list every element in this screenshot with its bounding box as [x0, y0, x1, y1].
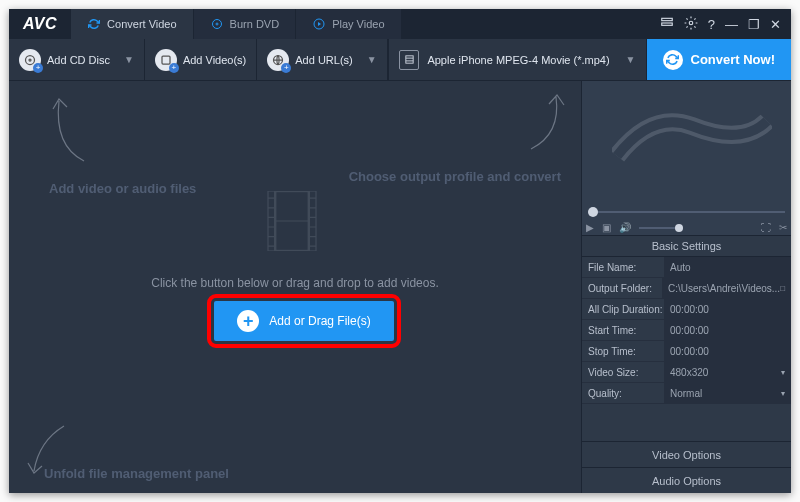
add-urls-button[interactable]: Add URL(s) ▼ — [257, 39, 387, 80]
video-options-button[interactable]: Video Options — [582, 441, 791, 467]
chevron-down-icon: ▾ — [781, 368, 785, 377]
setting-label: Stop Time: — [582, 346, 664, 357]
setting-label: All Clip Duration: — [582, 304, 664, 315]
disc-add-icon — [19, 49, 41, 71]
filmstrip-icon — [612, 106, 772, 176]
chevron-down-icon: □ — [780, 284, 785, 293]
setting-value[interactable]: 00:00:00 — [664, 320, 791, 340]
main-area[interactable]: Add video or audio files Choose output p… — [9, 81, 581, 493]
film-icon — [267, 191, 317, 251]
setting-label: Start Time: — [582, 325, 664, 336]
setting-label: Quality: — [582, 388, 664, 399]
convert-now-button[interactable]: Convert Now! — [647, 39, 792, 80]
svg-point-5 — [689, 21, 693, 25]
setting-value[interactable]: Auto — [664, 257, 791, 277]
video-add-icon — [155, 49, 177, 71]
close-button[interactable]: ✕ — [770, 17, 781, 32]
setting-row: Stop Time:00:00:00 — [582, 341, 791, 362]
refresh-icon — [87, 17, 101, 31]
output-profile-selector[interactable]: Apple iPhone MPEG-4 Movie (*.mp4) ▼ — [388, 39, 646, 80]
setting-row: Output Folder:C:\Users\Andrei\Videos...□ — [582, 278, 791, 299]
add-cd-disc-button[interactable]: Add CD Disc ▼ — [9, 39, 145, 80]
volume-slider[interactable] — [639, 227, 683, 229]
svg-rect-8 — [162, 56, 170, 64]
svg-rect-3 — [662, 18, 673, 20]
camera-icon[interactable]: ▣ — [602, 222, 611, 233]
audio-options-button[interactable]: Audio Options — [582, 467, 791, 493]
fullscreen-icon[interactable]: ⛶ — [761, 222, 771, 233]
drop-message: Click the button below or drag and drop … — [9, 276, 581, 290]
setting-value[interactable]: 480x320▾ — [664, 362, 791, 382]
preview-pane: ▶ ▣ 🔊 ⛶ ✂ — [582, 81, 791, 236]
setting-value[interactable]: 00:00:00 — [664, 299, 791, 319]
options-icon[interactable] — [660, 16, 674, 33]
setting-row: File Name:Auto — [582, 257, 791, 278]
app-tabs: Convert Video Burn DVD Play Video — [71, 9, 650, 39]
chevron-down-icon: ▼ — [124, 54, 134, 65]
setting-label: Video Size: — [582, 367, 664, 378]
url-add-icon — [267, 49, 289, 71]
hint-unfold-panel: Unfold file management panel — [44, 466, 229, 481]
sidebar: ▶ ▣ 🔊 ⛶ ✂ Basic Settings File Name:AutoO… — [581, 81, 791, 493]
chevron-down-icon: ▼ — [626, 54, 636, 65]
setting-label: File Name: — [582, 262, 664, 273]
cut-icon[interactable]: ✂ — [779, 222, 787, 233]
restore-button[interactable]: ❐ — [748, 17, 760, 32]
tab-label: Burn DVD — [230, 18, 280, 30]
setting-label: Output Folder: — [582, 283, 662, 294]
basic-settings-header: Basic Settings — [582, 236, 791, 257]
add-or-drag-files-button[interactable]: + Add or Drag File(s) — [214, 301, 394, 341]
profile-icon — [399, 50, 419, 70]
titlebar: AVC Convert Video Burn DVD Play Video ? … — [9, 9, 791, 39]
hint-choose-profile: Choose output profile and convert — [349, 169, 561, 184]
minimize-button[interactable]: — — [725, 17, 738, 32]
setting-value[interactable]: Normal▾ — [664, 383, 791, 403]
app-logo: AVC — [9, 15, 71, 33]
svg-point-6 — [26, 55, 35, 64]
tab-burn-dvd[interactable]: Burn DVD — [194, 9, 297, 39]
toolbar: Add CD Disc ▼ Add Video(s) Add URL(s) ▼ … — [9, 39, 791, 81]
app-window: AVC Convert Video Burn DVD Play Video ? … — [9, 9, 791, 493]
window-controls: ? — ❐ ✕ — [650, 16, 791, 33]
plus-icon: + — [237, 310, 259, 332]
setting-row: All Clip Duration:00:00:00 — [582, 299, 791, 320]
play-icon — [312, 17, 326, 31]
hint-add-files: Add video or audio files — [49, 181, 196, 196]
help-button[interactable]: ? — [708, 17, 715, 32]
add-videos-button[interactable]: Add Video(s) — [145, 39, 257, 80]
seek-slider[interactable] — [588, 211, 785, 213]
volume-icon[interactable]: 🔊 — [619, 222, 631, 233]
svg-rect-10 — [406, 56, 413, 63]
chevron-down-icon: ▾ — [781, 389, 785, 398]
setting-row: Quality:Normal▾ — [582, 383, 791, 404]
tab-label: Convert Video — [107, 18, 177, 30]
chevron-down-icon: ▼ — [367, 54, 377, 65]
svg-point-0 — [212, 20, 221, 29]
gear-icon[interactable] — [684, 16, 698, 33]
tab-label: Play Video — [332, 18, 384, 30]
play-button[interactable]: ▶ — [586, 222, 594, 233]
tab-convert-video[interactable]: Convert Video — [71, 9, 194, 39]
tab-play-video[interactable]: Play Video — [296, 9, 401, 39]
svg-point-1 — [216, 23, 218, 25]
setting-value[interactable]: 00:00:00 — [664, 341, 791, 361]
setting-row: Start Time:00:00:00 — [582, 320, 791, 341]
setting-value[interactable]: C:\Users\Andrei\Videos...□ — [662, 278, 791, 298]
setting-row: Video Size:480x320▾ — [582, 362, 791, 383]
svg-point-7 — [29, 59, 31, 61]
svg-rect-4 — [662, 23, 673, 25]
disc-icon — [210, 17, 224, 31]
refresh-icon — [663, 50, 683, 70]
